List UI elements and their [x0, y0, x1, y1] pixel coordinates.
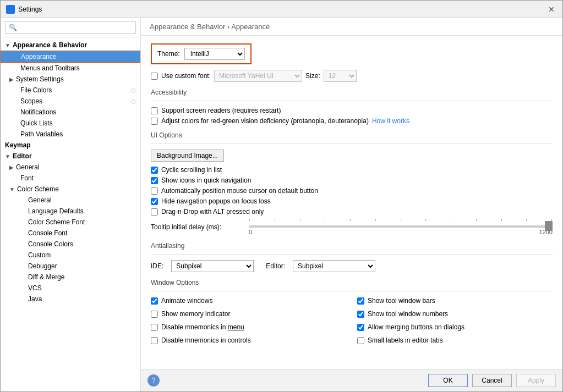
- hide-nav-checkbox[interactable]: [151, 198, 158, 205]
- custom-font-label: Use custom font:: [161, 72, 211, 80]
- show-tool-numbers-checkbox[interactable]: [357, 311, 364, 318]
- animate-windows-checkbox[interactable]: [151, 297, 158, 305]
- allow-merging-checkbox[interactable]: [357, 324, 364, 331]
- sidebar-item-keymap[interactable]: Keymap: [1, 140, 140, 151]
- background-image-button[interactable]: Background Image...: [151, 150, 224, 162]
- disable-mnemonics-menu-checkbox[interactable]: [151, 324, 158, 331]
- sidebar-item-appearance-behavior[interactable]: ▼ Appearance & Behavior: [1, 40, 140, 51]
- sidebar-item-cs-diff-merge[interactable]: Diff & Merge: [1, 272, 140, 283]
- sidebar-item-color-scheme[interactable]: ▼ Color Scheme: [1, 184, 140, 195]
- theme-label: Theme:: [157, 50, 180, 58]
- sidebar-item-cs-general[interactable]: General: [1, 195, 140, 206]
- sidebar-item-menus-toolbars[interactable]: Menus and Toolbars: [1, 63, 140, 74]
- sidebar-item-cs-custom[interactable]: Custom: [1, 250, 140, 261]
- animate-windows-label: Animate windows: [161, 297, 212, 305]
- drag-drop-checkbox[interactable]: [151, 208, 158, 216]
- theme-select[interactable]: IntelliJ Darcula High Contrast: [184, 48, 245, 60]
- bottom-bar: ? OK Cancel Apply: [141, 369, 562, 391]
- window-options-grid: Animate windows Show tool window bars Sh…: [151, 297, 553, 347]
- sidebar-item-path-variables[interactable]: Path Variables: [1, 129, 140, 140]
- sidebar-item-cs-debugger[interactable]: Debugger: [1, 261, 140, 272]
- editor-antialias-select[interactable]: Subpixel Greyscale None: [293, 260, 375, 272]
- search-input[interactable]: [5, 21, 136, 34]
- small-labels-row: Small labels in editor tabs: [357, 336, 553, 344]
- sidebar-item-system-settings[interactable]: ▶ System Settings: [1, 74, 140, 85]
- auto-pos-checkbox[interactable]: [151, 187, 158, 195]
- apply-button[interactable]: Apply: [516, 374, 556, 387]
- sidebar-section-label: Appearance & Behavior: [13, 41, 87, 49]
- show-icons-checkbox[interactable]: [151, 177, 158, 184]
- custom-font-row: Use custom font: Microsoft YaHei UI Size…: [151, 70, 553, 82]
- editor-label: Editor:: [266, 262, 285, 270]
- tick: [425, 219, 426, 221]
- breadcrumb: Appearance & Behavior › Appearance: [141, 18, 562, 36]
- tick: [325, 219, 325, 221]
- disable-mnemonics-ctrl-row: Disable mnemonics in controls: [151, 336, 346, 344]
- ui-options-title: UI Options: [151, 131, 553, 139]
- show-memory-checkbox[interactable]: [151, 311, 158, 318]
- disable-mnemonics-ctrl-label: Disable mnemonics in controls: [161, 336, 251, 344]
- collapse-arrow-editor: ▼: [5, 153, 10, 159]
- small-labels-checkbox[interactable]: [357, 337, 364, 344]
- close-button[interactable]: ✕: [546, 4, 557, 15]
- tree: ▼ Appearance & Behavior Appearance Menus…: [1, 37, 140, 391]
- show-tool-bars-row: Show tool window bars: [357, 297, 553, 305]
- show-tool-bars-checkbox[interactable]: [357, 297, 364, 305]
- sidebar-item-editor[interactable]: ▼ Editor: [1, 151, 140, 162]
- window-options-divider: [151, 291, 553, 291]
- sidebar-item-cs-console-font[interactable]: Console Font: [1, 228, 140, 239]
- slider-track[interactable]: [249, 225, 553, 228]
- expand-arrow-color-scheme: ▼: [9, 186, 15, 192]
- screen-readers-checkbox[interactable]: [151, 107, 158, 114]
- sidebar-item-appearance[interactable]: Appearance: [1, 51, 140, 63]
- antialias-divider: [151, 254, 553, 255]
- auto-pos-label: Automatically position mouse cursor on d…: [161, 187, 318, 195]
- color-adjust-checkbox[interactable]: [151, 118, 158, 125]
- tick-marks: [249, 219, 553, 221]
- sidebar-item-file-colors[interactable]: File Colors ⬡: [1, 85, 140, 96]
- sidebar-item-cs-language-defaults[interactable]: Language Defaults: [1, 206, 140, 217]
- screen-readers-row: Support screen readers (requires restart…: [151, 107, 553, 114]
- custom-font-checkbox[interactable]: [151, 73, 158, 80]
- ide-label: IDE:: [151, 262, 163, 270]
- cyclic-scroll-checkbox[interactable]: [151, 167, 158, 174]
- accessibility-title: Accessibility: [151, 89, 553, 96]
- titlebar: Settings ✕: [1, 1, 562, 18]
- sidebar-item-notifications[interactable]: Notifications: [1, 107, 140, 118]
- tick: [451, 219, 451, 221]
- slider-thumb[interactable]: [545, 221, 553, 231]
- show-tool-bars-label: Show tool window bars: [368, 297, 435, 305]
- small-labels-label: Small labels in editor tabs: [368, 336, 443, 344]
- right-panel: Appearance & Behavior › Appearance Theme…: [141, 18, 562, 391]
- font-select[interactable]: Microsoft YaHei UI: [214, 70, 302, 82]
- how-it-works-link[interactable]: How it works: [372, 117, 409, 125]
- tick: [275, 219, 275, 221]
- sidebar-item-cs-vcs[interactable]: VCS: [1, 283, 140, 294]
- tooltip-slider-row: Tooltip initial delay (ms):: [151, 219, 553, 235]
- sidebar-item-scopes[interactable]: Scopes ⬡: [1, 96, 140, 107]
- window-title: Settings: [18, 5, 42, 13]
- scopes-icon: ⬡: [131, 98, 136, 104]
- sidebar-item-font[interactable]: Font: [1, 173, 140, 184]
- tick: [526, 219, 527, 221]
- show-memory-label: Show memory indicator: [161, 310, 230, 318]
- size-select[interactable]: 12: [324, 70, 357, 82]
- titlebar-left: Settings: [6, 5, 42, 14]
- ok-button[interactable]: OK: [428, 374, 468, 387]
- ide-antialias-select[interactable]: Subpixel Greyscale None: [171, 260, 254, 272]
- expand-arrow: ▶: [9, 76, 14, 82]
- show-memory-row: Show memory indicator: [151, 310, 346, 318]
- disable-mnemonics-ctrl-checkbox[interactable]: [151, 337, 158, 344]
- sidebar-item-cs-java[interactable]: Java: [1, 294, 140, 305]
- slider-container: 0 1200: [249, 219, 553, 235]
- cyclic-scroll-row: Cyclic scrolling in list: [151, 166, 553, 174]
- help-button[interactable]: ?: [147, 374, 160, 387]
- disable-mnemonics-menu-label: Disable mnemonics in menu: [161, 323, 244, 331]
- panel-content: Theme: IntelliJ Darcula High Contrast Us…: [141, 36, 562, 369]
- antialias-title: Antialiasing: [151, 242, 553, 250]
- cancel-button[interactable]: Cancel: [472, 374, 512, 387]
- sidebar-item-cs-color-scheme-font[interactable]: Color Scheme Font: [1, 217, 140, 228]
- sidebar-item-cs-console-colors[interactable]: Console Colors: [1, 239, 140, 250]
- sidebar-item-quick-lists[interactable]: Quick Lists: [1, 118, 140, 129]
- sidebar-item-general[interactable]: ▶ General: [1, 162, 140, 173]
